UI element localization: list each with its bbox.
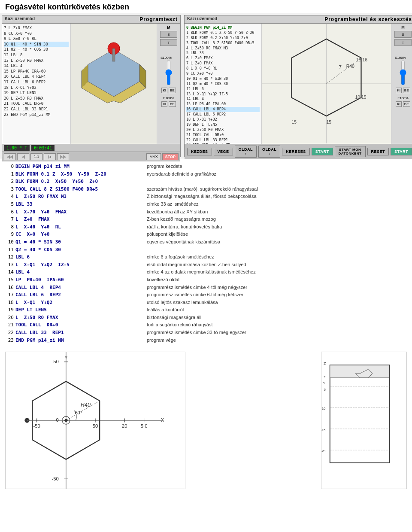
right-nav-row: KEZDES VEGE OLDAL ↑ OLDAL ↓ KERESES STAR… bbox=[185, 144, 412, 159]
svg-text:-50: -50 bbox=[33, 423, 40, 429]
hex-diagram-svg: 7 15 16 10 15 15 15 R40 bbox=[262, 24, 391, 144]
svg-text:X: X bbox=[161, 418, 164, 423]
max-btn[interactable]: MAX bbox=[146, 153, 161, 160]
comment-row: programrész ismétlés címke 6-tól még két… bbox=[147, 291, 407, 299]
r-m-label: M bbox=[401, 25, 405, 30]
ki-be-controls: KI BE bbox=[161, 88, 176, 93]
svg-text:0: 0 bbox=[56, 418, 59, 423]
r-code-line: 9 CC X+0 Y+0 bbox=[186, 71, 260, 76]
s-button[interactable]: S bbox=[160, 31, 177, 38]
comment-row: címke 4 az oldalak megmunkálásának ismét… bbox=[147, 268, 407, 276]
svg-text:10  15: 10 15 bbox=[355, 95, 367, 100]
reset-btn[interactable]: RESET bbox=[367, 148, 389, 155]
oldal-up-btn[interactable]: OLDAL ↑ bbox=[235, 146, 257, 158]
code-row: 19 DEP LT LEN5 bbox=[5, 306, 138, 314]
r-code-line-highlighted: 16 CALL LBL 4 REP4 bbox=[186, 107, 260, 112]
fast-forward-btn[interactable]: ▷▷ bbox=[57, 153, 69, 160]
svg-line-14 bbox=[326, 58, 361, 84]
left-panel-header: Kázi üzemmód Programteszt bbox=[2, 15, 180, 24]
r-code-line: 17 CALL LBL 6 REP2 bbox=[186, 112, 260, 117]
start-btn[interactable]: START bbox=[312, 148, 333, 155]
s-slider[interactable] bbox=[161, 60, 177, 85]
r-code-line: 18 L X-Q1 Y+Q2 bbox=[186, 117, 260, 122]
svg-text:-5: -5 bbox=[323, 388, 326, 392]
comment-row: törli a sugárkorrekció ráhagyást bbox=[147, 321, 407, 329]
comment-row: első oldal megmunkálása közben Z-ben sül… bbox=[147, 261, 407, 269]
r-f-ki-btn[interactable]: KI bbox=[396, 101, 402, 107]
code-row: 4 L Z+50 R0 FMAX M3 bbox=[5, 193, 138, 201]
r-code-line: 7 L Z+0 FMAX bbox=[186, 61, 260, 66]
code-line: 12 LBL 8 bbox=[4, 52, 69, 58]
code-row: 10 Q1 = 40 * SIN 30 bbox=[5, 238, 138, 246]
start2-btn[interactable]: START bbox=[391, 148, 412, 155]
r-s-slider[interactable] bbox=[395, 60, 411, 85]
rewind-btn[interactable]: ◁◁ bbox=[4, 153, 16, 160]
ratio-btn[interactable]: 1:1 bbox=[30, 153, 42, 160]
comment-row: címke 33 az ismétléshez bbox=[147, 201, 407, 208]
diagram-section: 50 0 -50 -50 50 20 5 0 bbox=[0, 347, 412, 495]
ki-label[interactable]: KI bbox=[161, 88, 167, 93]
code-line: 23 END PGM p14_zi MM bbox=[4, 112, 69, 118]
comment-row bbox=[147, 246, 407, 254]
left-mode-label: Kázi üzemmód bbox=[5, 16, 35, 22]
start-mon-btn[interactable]: START MONDATONKENT bbox=[335, 146, 366, 157]
svg-text:Z: Z bbox=[324, 362, 326, 366]
code-row: 17 CALL LBL 6 REP2 bbox=[5, 291, 138, 299]
r-t-button[interactable]: T bbox=[394, 39, 412, 46]
r-code-line: 14 LBL 4 bbox=[186, 97, 260, 102]
code-row: 15 LP PR+40 IPA-60 bbox=[5, 276, 138, 284]
code-line: 20 L Z+50 R0 FMAX bbox=[4, 96, 69, 101]
comment-row: biztonsági magasságra áll bbox=[147, 314, 407, 322]
code-line: 18 L X-Q1 Y+Q2 bbox=[4, 85, 69, 91]
f-ki-btn[interactable]: KI bbox=[161, 101, 167, 107]
svg-text:7: 7 bbox=[339, 64, 341, 70]
r-ki-btn[interactable]: KI bbox=[396, 88, 402, 93]
comment-row: egyenes végpontjának kiszámítása bbox=[147, 238, 407, 246]
forward-btn[interactable]: ▷ bbox=[44, 153, 56, 160]
r-code-line: 6 L Z+0 FMAX bbox=[186, 56, 260, 61]
be-label[interactable]: BE bbox=[169, 88, 176, 93]
right-diagram: Z + 0 -5 -10 -15 -20 bbox=[321, 352, 407, 490]
left-code-sidebar: 7 L Z+0 FMAX 8 CC X+0 Y+0 9 L X=0 Y+0 RL… bbox=[2, 24, 71, 144]
t-button[interactable]: T bbox=[160, 39, 177, 46]
svg-text:15: 15 bbox=[326, 120, 331, 125]
left-bottom-bar: 1.00 * T 0:03:41 bbox=[2, 144, 180, 152]
code-row: 2 BLK FORM 0.2 X+50 Y+50 Z+0 bbox=[5, 178, 138, 185]
kezdes-btn[interactable]: KEZDES bbox=[187, 148, 212, 155]
code-line: 8 CC X+0 Y+0 bbox=[4, 31, 69, 36]
r-code-line: 19 DEP LT LEN5 bbox=[186, 122, 260, 128]
kereses-btn[interactable]: KERESES bbox=[282, 148, 310, 155]
code-row: 22 CALL LBL 33 REP1 bbox=[5, 329, 138, 337]
two-column-layout: 0 BEGIN PGM p14_zi MM 1 BLK FORM 0.1 Z X… bbox=[5, 163, 407, 344]
svg-text:15  16: 15 16 bbox=[356, 58, 367, 62]
r-be-btn[interactable]: BE bbox=[403, 88, 410, 93]
r-s-button[interactable]: S bbox=[394, 31, 412, 38]
code-line: 21 TOOL CALL DR+0 bbox=[4, 101, 69, 106]
r-code-line: 11 Q2 = 40 * COS 30 bbox=[186, 82, 260, 87]
comment-row: programrész ismétlés címke 4-től még nég… bbox=[147, 284, 407, 292]
code-column: 0 BEGIN PGM p14_zi MM 1 BLK FORM 0.1 Z X… bbox=[5, 163, 138, 344]
left-panel: Kázi üzemmód Programteszt 7 L Z+0 FMAX 8… bbox=[2, 15, 181, 157]
svg-text:-15: -15 bbox=[321, 428, 326, 432]
comment-row: program kezdete bbox=[147, 163, 407, 170]
f100-label: F100% bbox=[163, 96, 174, 100]
code-line: 9 L X=0 Y+0 RL bbox=[4, 36, 69, 42]
r-f100-label: F100% bbox=[397, 96, 408, 100]
code-row: 12 LBL 6 bbox=[5, 253, 138, 261]
svg-text:0: 0 bbox=[323, 381, 325, 385]
oldal-down-btn[interactable]: OLDAL ↓ bbox=[258, 146, 280, 158]
r-ki-be: KI BE bbox=[396, 88, 410, 93]
f-be-btn[interactable]: BE bbox=[169, 101, 176, 107]
code-row: 6 L X-70 Y+0 FMAX bbox=[5, 208, 138, 216]
r-f-be-btn[interactable]: BE bbox=[403, 101, 410, 107]
back-btn[interactable]: ◁ bbox=[17, 153, 29, 160]
r-code-line: 8 L X=0 Y+0 RL bbox=[186, 66, 260, 71]
svg-text:-10: -10 bbox=[321, 407, 326, 411]
stop-btn[interactable]: STOP bbox=[162, 153, 179, 160]
comment-row: szerszám hívása (maró), sugárkorrekció r… bbox=[147, 185, 407, 193]
comment-row: kezdőpontra áll az XY síkban bbox=[147, 208, 407, 216]
code-line: 14 LBL 4 bbox=[4, 63, 69, 69]
r-code-line: 20 L Z+50 R0 FMAX bbox=[186, 128, 260, 133]
page-title: Fogásvétel kontúrkövetés közben bbox=[0, 0, 412, 13]
vege-btn[interactable]: VEGE bbox=[214, 148, 233, 155]
